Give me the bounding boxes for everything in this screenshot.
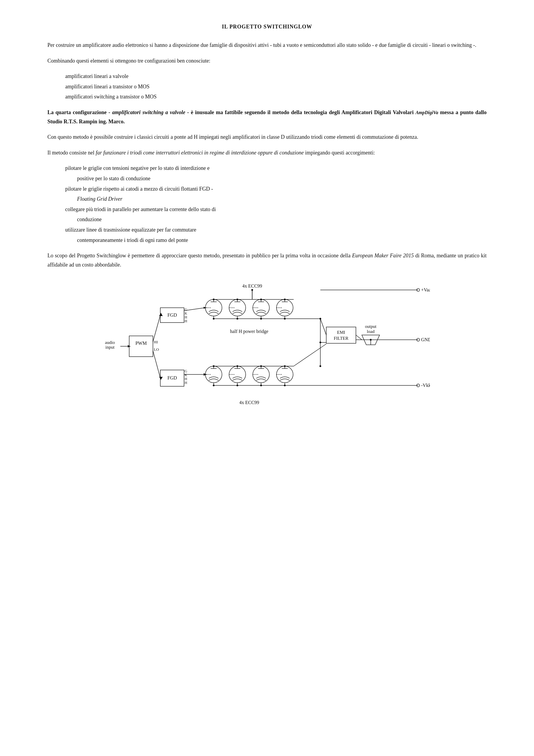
svg-point-93 [284, 365, 286, 367]
svg-line-55 [320, 319, 326, 335]
list-item-3: amplificatori switching a transistor o M… [65, 92, 487, 101]
svg-point-58 [370, 339, 371, 341]
method-item-1b: positive per lo stato di conduzione [77, 174, 487, 183]
svg-point-92 [260, 365, 262, 367]
method-item-3b: conduzione [77, 215, 487, 224]
fourth-config-section: La quarta configurazione - amplificatori… [47, 108, 487, 126]
svg-text:half H power bridge: half H power bridge [230, 329, 268, 334]
page-title: IL PROGETTO SWITCHINGLOW [47, 24, 487, 30]
svg-point-95 [213, 385, 215, 386]
svg-point-31 [284, 299, 286, 300]
method-intro-text: Con questo metodo è possibile costruire … [47, 134, 418, 140]
intro-para: Per costruire un amplificatore audio ele… [47, 40, 487, 50]
method-detail-text: Il metodo consiste nel far funzionare i … [47, 150, 375, 156]
svg-point-116 [319, 365, 321, 367]
svg-rect-46 [326, 327, 356, 343]
svg-text:G: G [185, 369, 187, 373]
svg-rect-59 [129, 336, 153, 357]
svg-point-115 [319, 318, 321, 320]
svg-line-56 [356, 335, 362, 340]
svg-point-96 [237, 385, 238, 386]
svg-line-67 [153, 315, 160, 342]
svg-text:input: input [106, 345, 115, 350]
page: IL PROGETTO SWITCHINGLOW Per costruire u… [0, 0, 534, 756]
svg-point-29 [237, 299, 238, 300]
svg-point-33 [213, 318, 215, 320]
scope-para: Lo scopo del Progetto Switchinglow è per… [47, 251, 487, 269]
svg-line-110 [153, 351, 160, 378]
method-item-3: collegare più triodi in parallelo per au… [65, 205, 487, 214]
scope-text: Lo scopo del Progetto Switchinglow è per… [47, 253, 487, 268]
svg-text:load: load [367, 329, 374, 334]
svg-text:G: G [185, 308, 187, 311]
method-detail-para: Il metodo consiste nel far funzionare i … [47, 148, 487, 157]
method-item-2b: Floating Grid Driver [77, 195, 487, 204]
svg-text:4x ECC99: 4x ECC99 [242, 284, 262, 288]
svg-text:H: H [185, 381, 187, 385]
svg-text:K: K [185, 311, 187, 315]
svg-point-35 [260, 318, 262, 320]
method-list: pilotare le griglie con tensioni negativ… [47, 164, 487, 245]
svg-line-112 [294, 344, 326, 366]
svg-text:FGD: FGD [167, 375, 177, 380]
method-item-2: pilotare le griglie rispetto ai catodi a… [65, 184, 487, 194]
combining-para: Combinando questi elementi si ottengono … [47, 56, 487, 66]
svg-point-36 [284, 318, 286, 320]
svg-text:HI: HI [154, 340, 158, 344]
svg-text:H: H [185, 315, 187, 319]
svg-text:GND: GND [421, 337, 430, 342]
svg-point-91 [237, 365, 238, 367]
fourth-config-text: La quarta configurazione - amplificatori… [47, 109, 487, 124]
intro-text: Per costruire un amplificatore audio ele… [47, 42, 476, 48]
svg-point-28 [213, 299, 215, 300]
svg-text:K: K [185, 373, 187, 377]
combining-text: Combinando questi elementi si ottengono … [47, 58, 210, 64]
svg-text:+Vaa: +Vaa [421, 287, 430, 292]
svg-point-118 [319, 341, 321, 343]
svg-text:EMI: EMI [337, 330, 345, 335]
svg-text:FILTER: FILTER [334, 336, 348, 341]
method-item-4: utilizzare linee di trasmissione equaliz… [65, 225, 487, 234]
config-list: amplificatori lineari a valvole amplific… [47, 72, 487, 101]
svg-marker-68 [159, 313, 163, 316]
svg-text:FGD: FGD [167, 312, 177, 317]
svg-text:LO: LO [154, 347, 159, 352]
svg-point-90 [213, 365, 215, 367]
svg-text:audio: audio [105, 340, 115, 345]
svg-point-30 [260, 299, 262, 300]
svg-text:4x ECC99: 4x ECC99 [239, 400, 259, 405]
svg-point-97 [260, 385, 262, 386]
method-intro-para: Con questo metodo è possibile costruire … [47, 132, 487, 142]
svg-text:output: output [365, 324, 377, 329]
list-item-2: amplificatori lineari a transistor o MOS [65, 82, 487, 91]
svg-text:-Vkk: -Vkk [421, 383, 430, 388]
list-item-1: amplificatori lineari a valvole [65, 72, 487, 81]
svg-text:PWM: PWM [136, 341, 147, 346]
svg-marker-111 [159, 377, 163, 380]
circuit-diagram: +Vaa 4x ECC99 [47, 278, 487, 412]
circuit-svg: +Vaa 4x ECC99 [104, 278, 430, 412]
method-item-1: pilotare le griglie con tensioni negativ… [65, 164, 487, 173]
svg-point-34 [237, 318, 238, 320]
svg-text:H: H [185, 319, 187, 323]
method-item-4b: contemporaneamente i triodi di ogni ramo… [77, 236, 487, 245]
svg-text:H: H [185, 377, 187, 381]
svg-point-98 [284, 385, 286, 386]
